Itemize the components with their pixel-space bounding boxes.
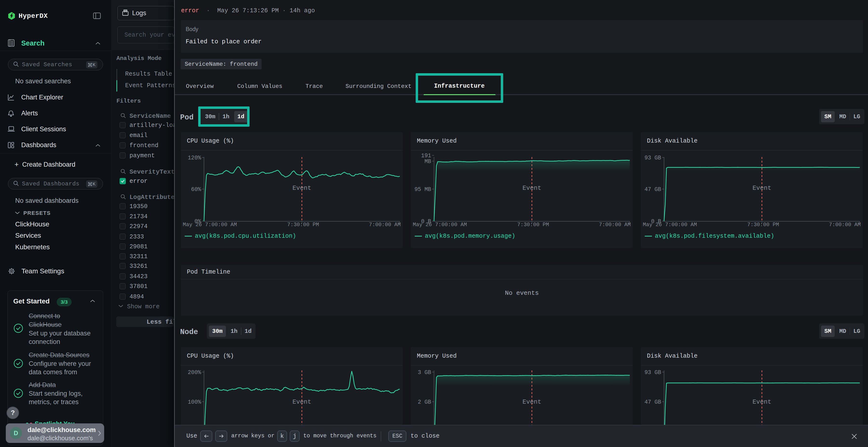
svg-text:47 GB: 47 GB <box>645 186 661 193</box>
svg-text:191: 191 <box>421 153 431 159</box>
svg-text:Event: Event <box>292 184 311 192</box>
svg-text:Event: Event <box>752 398 771 406</box>
svg-text:Event: Event <box>523 398 541 406</box>
svg-text:95 MB: 95 MB <box>414 186 431 193</box>
svg-text:3 GB: 3 GB <box>418 370 431 376</box>
svg-text:93 GB: 93 GB <box>645 370 661 376</box>
svg-text:100%: 100% <box>188 399 201 405</box>
svg-text:2 GB: 2 GB <box>418 399 431 405</box>
svg-text:47 GB: 47 GB <box>645 399 661 405</box>
svg-text:MB: MB <box>424 159 431 165</box>
svg-text:120%: 120% <box>188 155 201 161</box>
svg-text:200%: 200% <box>188 370 201 376</box>
svg-text:60%: 60% <box>191 186 201 193</box>
svg-text:Event: Event <box>292 398 311 406</box>
svg-text:Event: Event <box>523 184 541 192</box>
svg-text:Event: Event <box>752 184 771 192</box>
svg-text:93 GB: 93 GB <box>645 155 661 161</box>
